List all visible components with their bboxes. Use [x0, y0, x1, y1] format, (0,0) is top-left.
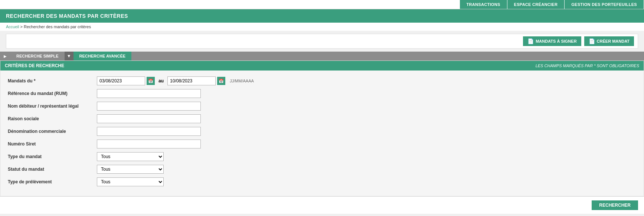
nav-espace-creancier[interactable]: ESPACE CRÉANCIER [507, 0, 565, 9]
criteria-header: CRITÈRES DE RECHERCHE Les champs marqués… [0, 61, 644, 71]
creer-mandat-label: CRÉER MANDAT [597, 39, 630, 43]
rechercher-button[interactable]: RECHERCHER [592, 200, 638, 210]
calendar-to-icon: 📅 [219, 79, 224, 84]
mandats-signer-icon: 📄 [527, 38, 534, 44]
type-mandat-label: Type du mandat [8, 154, 97, 159]
statut-mandat-label: Statut du mandat [8, 167, 97, 172]
date-to-input[interactable] [167, 76, 216, 85]
nom-debiteur-label: Nom débiteur / représentant légal [8, 104, 97, 109]
mandats-signer-label: MANDATS À SIGNER [536, 39, 576, 43]
toolbar: 📄 MANDATS À SIGNER 📄 CRÉER MANDAT [6, 34, 638, 49]
breadcrumb-current: Rechercher des mandats par critères [24, 24, 91, 29]
search-tabs: ▶ RECHERCHE SIMPLE ▼ RECHERCHE AVANCÉE [0, 52, 644, 60]
criteria-body: Mandats du * 📅 au 📅 JJ/MM/AAAA Référence [0, 71, 644, 196]
calendar-from-icon: 📅 [148, 79, 153, 84]
criteria-title: CRITÈRES DE RECHERCHE [5, 63, 64, 68]
toolbar-wrapper: 📄 MANDATS À SIGNER 📄 CRÉER MANDAT [0, 31, 644, 52]
calendar-from-button[interactable]: 📅 [147, 77, 155, 85]
form-row-statut-mandat: Statut du mandat Tous Option 1 Option 2 [8, 165, 636, 174]
tab-simple[interactable]: RECHERCHE SIMPLE [10, 52, 65, 60]
rum-label: Référence du mandat (RUM) [8, 91, 97, 96]
breadcrumb-home[interactable]: Accueil [6, 24, 19, 29]
form-row-siret: Numéro Siret [8, 140, 636, 148]
nav-transactions[interactable]: TRANSACTIONS [460, 0, 507, 9]
mandats-signer-button[interactable]: 📄 MANDATS À SIGNER [523, 36, 581, 46]
siret-label: Numéro Siret [8, 141, 97, 147]
top-nav: TRANSACTIONS ESPACE CRÉANCIER GESTION DE… [0, 0, 644, 9]
breadcrumb: Accueil > Rechercher des mandats par cri… [0, 23, 644, 31]
calendar-to-button[interactable]: 📅 [217, 77, 225, 85]
form-row-type-prelevement: Type de prélèvement Tous Option 1 Option… [8, 177, 636, 186]
statut-mandat-select[interactable]: Tous Option 1 Option 2 [97, 165, 164, 174]
main-content: 📄 MANDATS À SIGNER 📄 CRÉER MANDAT ▶ RECH… [0, 31, 644, 216]
form-row-rum: Référence du mandat (RUM) [8, 89, 636, 98]
nav-gestion-portefeuilles[interactable]: GESTION DES PORTEFEUILLES [565, 0, 644, 9]
tab-arrow[interactable]: ▶ [0, 52, 10, 60]
mandats-du-label: Mandats du * [8, 78, 97, 84]
form-row-nom-debiteur: Nom débiteur / représentant légal [8, 102, 636, 111]
form-row-type-mandat: Type du mandat Tous Option 1 Option 2 [8, 152, 636, 161]
denomination-label: Dénomination commerciale [8, 129, 97, 134]
form-row-mandats-du: Mandats du * 📅 au 📅 JJ/MM/AAAA [8, 76, 636, 85]
page-title-bar: RECHERCHER DES MANDATS PAR CRITÈRES [0, 9, 644, 23]
type-prelevement-select[interactable]: Tous Option 1 Option 2 [97, 177, 164, 186]
creer-mandat-button[interactable]: 📄 CRÉER MANDAT [584, 36, 634, 46]
au-label: au [158, 78, 164, 84]
rum-input[interactable] [97, 89, 201, 98]
date-format-hint: JJ/MM/AAAA [230, 79, 254, 83]
criteria-section: CRITÈRES DE RECHERCHE Les champs marqués… [0, 60, 644, 196]
footer-action: RECHERCHER [0, 196, 644, 214]
raison-sociale-input[interactable] [97, 114, 201, 123]
required-note: Les champs marqués par * sont obligatoir… [536, 63, 639, 68]
form-row-raison-sociale: Raison sociale [8, 114, 636, 123]
tab-divider: ▼ [65, 52, 73, 60]
page-title: RECHERCHER DES MANDATS PAR CRITÈRES [6, 13, 638, 19]
nom-debiteur-input[interactable] [97, 102, 201, 111]
type-mandat-select[interactable]: Tous Option 1 Option 2 [97, 152, 164, 161]
denomination-input[interactable] [97, 127, 201, 136]
siret-input[interactable] [97, 140, 201, 148]
form-row-denomination: Dénomination commerciale [8, 127, 636, 136]
breadcrumb-separator: > [20, 24, 24, 29]
raison-sociale-label: Raison sociale [8, 116, 97, 121]
date-from-input[interactable] [97, 76, 145, 85]
creer-mandat-icon: 📄 [589, 38, 595, 44]
tab-advanced[interactable]: RECHERCHE AVANCÉE [73, 52, 131, 60]
type-prelevement-label: Type de prélèvement [8, 179, 97, 184]
date-group: 📅 au 📅 JJ/MM/AAAA [97, 76, 254, 85]
